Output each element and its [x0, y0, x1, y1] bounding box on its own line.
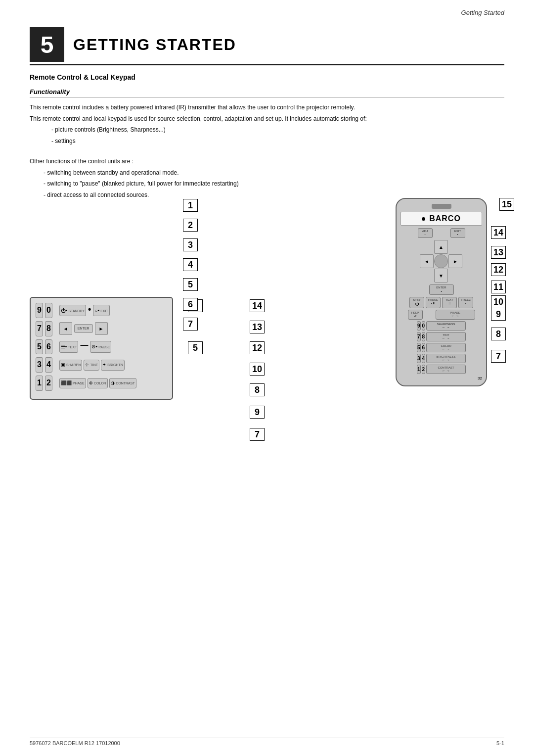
num-8-r[interactable]: 8 — [422, 332, 426, 341]
left-callout-8: 8 — [250, 383, 265, 396]
color-btn-l[interactable]: ⊕ COLOR — [88, 378, 108, 389]
help-button[interactable]: HELP •? — [408, 310, 423, 320]
brightness-slider[interactable]: BRIGHTNESS ← → — [426, 354, 466, 363]
remote-page-num: 32 — [400, 376, 482, 380]
phase-slider[interactable]: PHASE ← → — [436, 310, 475, 320]
right-remote: 15 14 13 12 11 10 9 8 7 BARCO — [391, 198, 494, 386]
tint-row: 7 8 TINT ← → — [400, 332, 482, 341]
center-callout-2: 2 — [183, 219, 198, 232]
tint-btn-l[interactable]: ⊹ TINT — [84, 360, 99, 371]
standby-btn-l[interactable]: ⏻• STANDBY — [59, 305, 86, 316]
callout-12: 12 — [491, 263, 506, 276]
section-heading: Remote Control & Local Keypad — [30, 73, 135, 81]
nav-pad: ▲ ◄ ► ▼ — [420, 240, 463, 283]
left-callout-10: 10 — [250, 363, 265, 376]
bullet1: - picture controls (Brightness, Sharpnes… — [51, 125, 504, 135]
center-callout-1: 1 — [183, 199, 198, 212]
exit-button[interactable]: EXIT • — [450, 228, 465, 238]
contrast-btn-l[interactable]: ◑ CONTRAST — [109, 378, 136, 389]
text-btn-l[interactable]: ☰• TEXT — [59, 341, 79, 352]
num-7-r[interactable]: 7 — [417, 332, 421, 341]
num-0-r[interactable]: 0 — [422, 321, 426, 331]
num-7-l[interactable]: 7 — [36, 321, 43, 336]
help-row: HELP •? PHASE ← → — [400, 310, 482, 320]
color-row: 5 6 COLOR ← → — [400, 343, 482, 352]
tint-slider[interactable]: TINT ← → — [426, 332, 466, 341]
num-4-r[interactable]: 4 — [422, 354, 426, 363]
diagram-area: 15 14 13 12 11 10 9 8 7 BARCO — [30, 198, 504, 726]
callout-15: 15 — [499, 198, 514, 211]
num-8-l[interactable]: 8 — [45, 321, 52, 336]
exit-btn-l[interactable]: ○• EXIT — [93, 305, 109, 316]
para1: This remote control includes a battery p… — [30, 103, 504, 112]
num-3-l[interactable]: 3 — [36, 357, 43, 373]
center-callout-3: 3 — [183, 238, 198, 251]
pause-button[interactable]: PAUSE •⏸ — [426, 297, 441, 308]
left-callout-12: 12 — [250, 341, 265, 354]
nav-right-l[interactable]: ► — [95, 322, 108, 335]
num-6-r[interactable]: 6 — [422, 343, 426, 352]
center-callout-6: 6 — [183, 298, 198, 311]
center-callout-7b: 7 — [183, 318, 198, 331]
sharpness-slider[interactable]: SHARPNESS ← → — [426, 321, 466, 331]
num-5-l[interactable]: 5 — [36, 339, 43, 355]
body-text: This remote control includes a battery p… — [30, 103, 504, 201]
sharpness-row: 9 0 SHARPNESS ← → — [400, 321, 482, 331]
brightn-btn-l[interactable]: ✦ BRIGHTN — [101, 360, 125, 371]
callout-7: 7 — [491, 350, 506, 363]
enter-btn-l[interactable]: ENTER — [74, 324, 93, 333]
num-0-l[interactable]: 0 — [45, 303, 52, 318]
color-slider[interactable]: COLOR ← → — [426, 343, 466, 352]
footer-right: 5-1 — [496, 740, 504, 746]
page-header-title: Getting Started — [461, 9, 504, 16]
subsection-heading: Functionality — [30, 88, 70, 95]
subsection-line — [30, 97, 504, 98]
callout-14: 14 — [491, 226, 506, 239]
stby-button[interactable]: STBY ⏻ — [409, 297, 424, 308]
phase-btn-l[interactable]: ⬛⬛ PHASE — [59, 378, 86, 389]
text-button[interactable]: TEXT ☰ — [442, 297, 457, 308]
sharpn-btn-l[interactable]: ▣ SHARPN — [59, 360, 82, 371]
nav-center[interactable] — [434, 254, 448, 268]
chapter-title: GETTING STARTED — [73, 36, 236, 54]
num-2-r[interactable]: 2 — [422, 365, 426, 374]
callout-11: 11 — [491, 281, 506, 293]
nav-down[interactable]: ▼ — [434, 269, 448, 283]
nav-left-l[interactable]: ◄ — [59, 322, 72, 335]
num-9-l[interactable]: 9 — [36, 303, 43, 318]
nav-left[interactable]: ◄ — [420, 254, 434, 268]
callout-8: 8 — [491, 328, 506, 340]
num-1-r[interactable]: 1 — [417, 365, 421, 374]
func2: - switching to "pause" (blanked picture,… — [44, 179, 504, 189]
bullet2: - settings — [51, 137, 504, 146]
chapter-line — [30, 64, 504, 65]
num-3-r[interactable]: 3 — [417, 354, 421, 363]
num-4-l[interactable]: 4 — [45, 357, 52, 373]
nav-right[interactable]: ► — [448, 254, 462, 268]
center-callout-5b: 5 — [183, 278, 198, 291]
barco-dot — [422, 217, 425, 221]
adj-button[interactable]: ADJ • — [418, 228, 433, 238]
left-remote: 4 14 13 12 5 10 8 9 7 9 0 ⏻• STANDBY • — [30, 297, 183, 400]
page-footer: 5976072 BARCOELM R12 17012000 5-1 — [30, 738, 504, 746]
enter-button-r[interactable]: ENTER • — [429, 284, 454, 294]
pause-btn-l[interactable]: ⊘• PAUSE — [90, 341, 111, 352]
func1: - switching between standby and operatio… — [44, 168, 504, 178]
freez-button[interactable]: FREEZ • — [458, 297, 473, 308]
num-6-l[interactable]: 6 — [45, 339, 52, 355]
left-callout-5: 5 — [188, 341, 203, 354]
nav-up[interactable]: ▲ — [434, 240, 448, 254]
contrast-slider[interactable]: CONTRAST ← → — [426, 365, 466, 374]
callout-9: 9 — [491, 308, 506, 321]
num-1-l[interactable]: 1 — [36, 376, 43, 391]
footer-left: 5976072 BARCOELM R12 17012000 — [30, 740, 120, 746]
num-2-l[interactable]: 2 — [45, 376, 52, 391]
center-callout-4b: 4 — [183, 258, 198, 271]
num-5-r[interactable]: 5 — [417, 343, 421, 352]
left-callout-7: 7 — [250, 428, 265, 441]
num-9-r[interactable]: 9 — [417, 321, 421, 331]
left-callout-14: 14 — [250, 299, 265, 312]
left-callout-13: 13 — [250, 321, 265, 333]
adj-exit-row: ADJ • EXIT • — [400, 228, 482, 238]
callout-10: 10 — [491, 295, 506, 308]
